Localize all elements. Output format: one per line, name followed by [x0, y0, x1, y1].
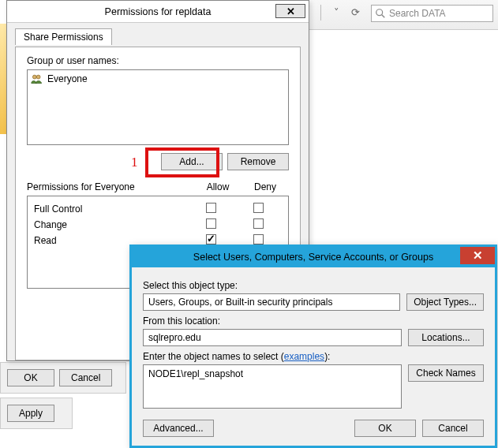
explorer-search[interactable]: Search DATA	[371, 5, 493, 22]
perm-name: Full Control	[34, 203, 187, 215]
object-types-button[interactable]: Object Types...	[406, 293, 484, 311]
tab-row: Share Permissions	[7, 28, 309, 47]
svg-point-2	[32, 75, 36, 79]
tab-share-permissions[interactable]: Share Permissions	[15, 28, 112, 45]
object-names-value: NODE1\repl_snapshot	[148, 368, 243, 379]
locations-button[interactable]: Locations...	[408, 329, 484, 346]
enter-names-label: Enter the object names to select (exampl…	[143, 351, 484, 362]
permissions-title-bar: Permissions for repldata ✕	[7, 1, 309, 23]
deny-header: Deny	[242, 181, 289, 192]
location-field: sqlrepro.edu	[143, 329, 402, 346]
outer-cancel-button[interactable]: Cancel	[59, 369, 112, 386]
select-users-title: Select Users, Computers, Service Account…	[193, 252, 433, 263]
check-names-button[interactable]: Check Names	[408, 364, 484, 382]
down-history-icon[interactable]: ˅	[329, 5, 343, 19]
search-placeholder: Search DATA	[389, 8, 446, 19]
location-value: sqlrepro.edu	[148, 332, 201, 343]
allow-checkbox-full-control[interactable]	[206, 203, 216, 213]
user-name: Everyone	[47, 73, 88, 84]
allow-checkbox-change[interactable]	[206, 218, 216, 229]
permissions-title: Permissions for repldata	[105, 6, 212, 17]
outer-dialog-buttons-2: Apply	[0, 398, 73, 429]
perm-name: Change	[34, 219, 187, 230]
outer-dialog-buttons: OK Cancel	[0, 362, 126, 394]
search-icon	[375, 8, 386, 19]
svg-point-0	[376, 9, 383, 16]
cancel-button[interactable]: Cancel	[422, 420, 484, 437]
add-button[interactable]: Add...	[161, 153, 223, 170]
close-icon[interactable]: ✕	[275, 4, 305, 18]
object-type-field: Users, Groups, or Built-in security prin…	[143, 293, 400, 311]
svg-line-1	[382, 15, 385, 18]
advanced-button[interactable]: Advanced...	[143, 420, 214, 437]
allow-checkbox-read[interactable]	[206, 234, 216, 245]
group-user-names-label: Group or user names:	[27, 55, 289, 66]
allow-header: Allow	[194, 181, 242, 192]
table-row: Change	[28, 217, 288, 233]
object-type-label: Select this object type:	[143, 280, 484, 291]
object-type-value: Users, Groups, or Built-in security prin…	[148, 297, 332, 308]
table-row: Full Control	[28, 201, 288, 217]
examples-link[interactable]: examples	[284, 351, 324, 362]
location-label: From this location:	[143, 315, 484, 327]
refresh-icon[interactable]: ⟳	[348, 5, 362, 19]
svg-point-3	[36, 75, 40, 79]
group-user-names-list[interactable]: Everyone	[27, 69, 289, 145]
outer-ok-button[interactable]: OK	[7, 369, 54, 386]
select-users-dialog: Select Users, Computers, Service Account…	[129, 245, 497, 448]
permissions-table-header: Permissions for Everyone Allow Deny	[27, 181, 289, 192]
close-icon[interactable]: ✕	[460, 247, 495, 264]
deny-checkbox-change[interactable]	[253, 218, 264, 229]
ok-button[interactable]: OK	[354, 420, 416, 437]
select-users-title-bar: Select Users, Computers, Service Account…	[132, 247, 495, 267]
deny-checkbox-full-control[interactable]	[253, 203, 264, 213]
remove-button[interactable]: Remove	[227, 153, 289, 170]
group-icon	[31, 73, 43, 84]
list-item[interactable]: Everyone	[31, 73, 285, 84]
deny-checkbox-read[interactable]	[253, 234, 264, 245]
outer-apply-button[interactable]: Apply	[7, 405, 54, 422]
object-names-input[interactable]: NODE1\repl_snapshot	[143, 364, 402, 409]
explorer-nav: ˅ ⟳	[320, 5, 362, 21]
permissions-for-label: Permissions for Everyone	[27, 181, 194, 192]
